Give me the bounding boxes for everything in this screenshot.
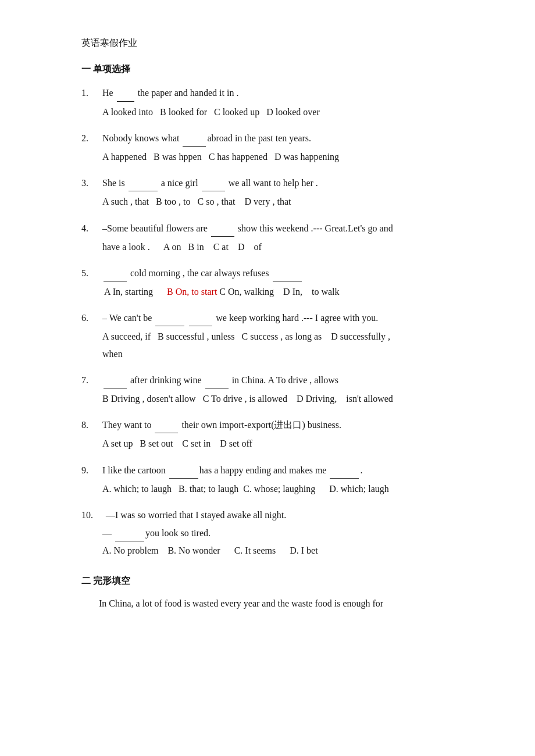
question-8-line: 8. They want to their own import-export(… (81, 417, 465, 433)
question-9-line: 9. I like the cartoon has a happy ending… (81, 462, 465, 479)
question-4: 4. –Some beautiful flowers are show this… (81, 220, 465, 255)
question-6-line: 6. – We can't be we keep working hard .-… (81, 310, 465, 326)
q1-text: He the paper and handed it in . (102, 85, 465, 101)
blank (129, 175, 158, 191)
question-2-line: 2. Nobody knows what abroad in the past … (81, 130, 465, 147)
blank (115, 525, 144, 541)
section2-title: 二 完形填空 (81, 573, 465, 589)
blank (205, 372, 229, 388)
question-10: 10. —I was so worried that I stayed awak… (81, 507, 465, 559)
question-4-line: 4. –Some beautiful flowers are show this… (81, 220, 465, 237)
question-2: 2. Nobody knows what abroad in the past … (81, 130, 465, 165)
blank (104, 372, 127, 388)
q7-text: after drinking wine in China. A To drive… (102, 372, 465, 388)
q1-options: A looked into B looked for C looked up D… (81, 104, 465, 120)
q10-options: A. No problem B. No wonder C. It seems D… (81, 543, 465, 558)
question-1-line: 1. He the paper and handed it in . (81, 85, 465, 101)
q6-options-line2: when (81, 346, 465, 362)
blank (330, 462, 359, 479)
section1-title: 一 单项选择 (81, 61, 465, 77)
blank (189, 310, 212, 326)
blank (202, 175, 225, 191)
section2: 二 完形填空 In China, a lot of food is wasted… (81, 573, 465, 612)
q4-text: –Some beautiful flowers are show this we… (102, 220, 465, 237)
q6-text: – We can't be we keep working hard .--- … (102, 310, 465, 326)
q4-num: 4. (81, 220, 102, 236)
passage-text: In China, a lot of food is wasted every … (81, 595, 465, 612)
q8-options: A set up B set out C set in D set off (81, 436, 465, 451)
question-8: 8. They want to their own import-export(… (81, 417, 465, 451)
q2-num: 2. (81, 130, 102, 146)
q5-num: 5. (81, 265, 102, 281)
blank (104, 265, 127, 281)
blank (155, 417, 178, 433)
question-10-main-line: 10. —I was so worried that I stayed awak… (81, 507, 465, 523)
q3-options: A such , that B too , to C so , that D v… (81, 194, 465, 209)
q7-num: 7. (81, 372, 102, 388)
question-9: 9. I like the cartoon has a happy ending… (81, 462, 465, 497)
blank (211, 220, 234, 237)
question-5: 5. cold morning , the car always refuses… (81, 265, 465, 299)
question-3: 3. She is a nice girl we all want to hel… (81, 175, 465, 209)
q5-option-b: B On, to start (167, 287, 217, 297)
q10-text-main: —I was so worried that I stayed awake al… (106, 507, 465, 523)
q1-num: 1. (81, 85, 102, 101)
q9-text: I like the cartoon has a happy ending an… (102, 462, 465, 479)
q8-num: 8. (81, 417, 102, 433)
q9-num: 9. (81, 462, 102, 478)
q7-options: B Driving , dosen't allow C To drive , i… (81, 391, 465, 406)
question-1: 1. He the paper and handed it in . A loo… (81, 85, 465, 119)
q2-options: A happened B was hppen C has happened D … (81, 149, 465, 165)
q10-num: 10. (81, 507, 106, 523)
blank (183, 130, 206, 147)
question-7-line: 7. after drinking wine in China. A To dr… (81, 372, 465, 388)
q4-options-line1: have a look . A on B in C at D of (81, 239, 465, 255)
question-5-line: 5. cold morning , the car always refuses (81, 265, 465, 281)
q3-num: 3. (81, 175, 102, 191)
blank (155, 310, 184, 326)
q5-text: cold morning , the car always refuses (102, 265, 465, 281)
q2-text: Nobody knows what abroad in the past ten… (102, 130, 465, 147)
question-6: 6. – We can't be we keep working hard .-… (81, 310, 465, 362)
page-title: 英语寒假作业 (81, 35, 465, 51)
blank (273, 265, 302, 281)
page-container: 英语寒假作业 一 单项选择 1. He the paper and handed… (81, 35, 465, 612)
blank (169, 462, 198, 479)
q6-num: 6. (81, 310, 102, 326)
q8-text: They want to their own import-export(进出口… (102, 417, 465, 433)
blank (117, 85, 134, 101)
question-7: 7. after drinking wine in China. A To dr… (81, 372, 465, 406)
q3-text: She is a nice girl we all want to help h… (102, 175, 465, 191)
q5-options: A In, starting B On, to start C On, walk… (81, 284, 465, 299)
q6-options-line1: A succeed, if B successful , unless C su… (81, 329, 465, 344)
question-3-line: 3. She is a nice girl we all want to hel… (81, 175, 465, 191)
q10-response-line: — you look so tired. (81, 525, 465, 541)
q9-options: A. which; to laugh B. that; to laugh C. … (81, 481, 465, 497)
